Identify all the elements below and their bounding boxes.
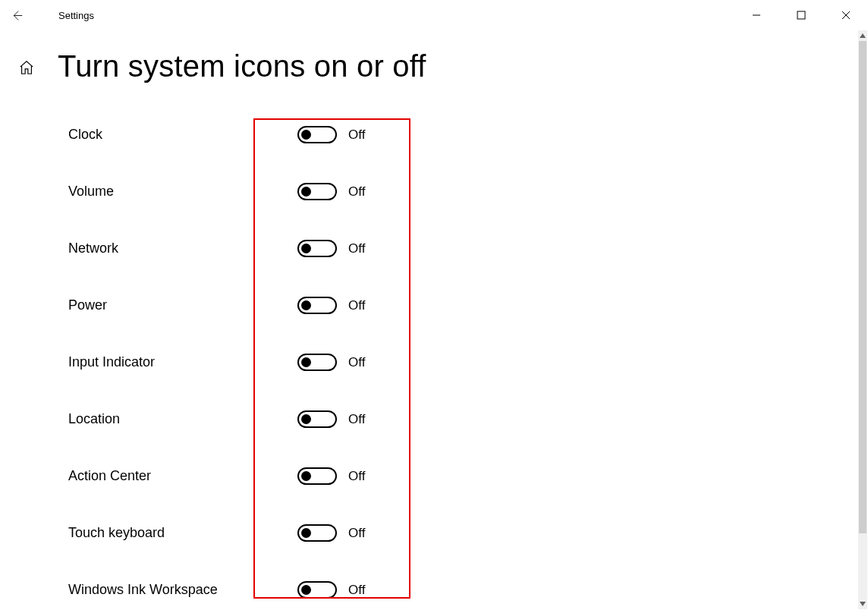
- scrollbar-up-arrow[interactable]: [858, 30, 867, 41]
- page-header: Turn system icons on or off: [18, 49, 868, 83]
- home-button[interactable]: [18, 59, 33, 74]
- toggle-knob: [301, 357, 311, 367]
- back-arrow-icon: [11, 9, 24, 22]
- toggle-group: Off: [297, 524, 365, 542]
- toggle-group: Off: [297, 467, 365, 485]
- close-button[interactable]: [823, 0, 868, 30]
- toggle-state: Off: [348, 127, 365, 143]
- setting-label: Network: [68, 240, 297, 256]
- toggle-windows-ink[interactable]: [297, 581, 337, 599]
- toggle-power[interactable]: [297, 297, 337, 314]
- home-icon: [18, 59, 35, 76]
- toggle-state: Off: [348, 355, 365, 370]
- setting-windows-ink: Windows Ink Workspace Off: [68, 581, 868, 610]
- setting-label: Clock: [68, 126, 297, 143]
- toggle-clock[interactable]: [297, 126, 337, 143]
- setting-network: Network Off: [68, 240, 868, 297]
- page-title: Turn system icons on or off: [58, 49, 426, 83]
- setting-volume: Volume Off: [68, 183, 868, 240]
- toggle-group: Off: [297, 354, 365, 371]
- toggle-state: Off: [348, 583, 365, 598]
- toggle-state: Off: [348, 469, 365, 484]
- setting-action-center: Action Center Off: [68, 467, 868, 524]
- setting-label: Power: [68, 297, 297, 313]
- setting-label: Windows Ink Workspace: [68, 581, 297, 598]
- toggle-action-center[interactable]: [297, 467, 337, 485]
- scrollbar-thumb[interactable]: [859, 41, 866, 533]
- toggle-knob: [301, 471, 311, 481]
- toggle-knob: [301, 414, 311, 424]
- minimize-icon: [752, 11, 761, 20]
- toggle-input-indicator[interactable]: [297, 354, 337, 371]
- setting-power: Power Off: [68, 297, 868, 354]
- toggle-group: Off: [297, 126, 365, 143]
- toggle-knob: [301, 130, 311, 140]
- toggle-knob: [301, 244, 311, 253]
- minimize-button[interactable]: [734, 0, 778, 30]
- toggle-state: Off: [348, 526, 365, 541]
- settings-list: Clock Off Volume Off Network Off Power: [68, 126, 868, 610]
- maximize-button[interactable]: [778, 0, 823, 30]
- chevron-down-icon: [860, 602, 866, 606]
- toggle-group: Off: [297, 410, 365, 428]
- setting-label: Location: [68, 410, 297, 427]
- toggle-knob: [301, 187, 311, 197]
- toggle-location[interactable]: [297, 410, 337, 428]
- toggle-volume[interactable]: [297, 183, 337, 200]
- setting-touch-keyboard: Touch keyboard Off: [68, 524, 868, 581]
- setting-label: Action Center: [68, 467, 297, 484]
- titlebar-left: Settings: [0, 0, 94, 30]
- scrollbar-down-arrow[interactable]: [858, 599, 867, 609]
- svg-rect-0: [797, 11, 805, 19]
- content-area: Turn system icons on or off Clock Off Vo…: [0, 30, 868, 610]
- setting-label: Input Indicator: [68, 354, 297, 370]
- toggle-knob: [301, 528, 311, 538]
- titlebar: Settings: [0, 0, 868, 30]
- setting-clock: Clock Off: [68, 126, 868, 183]
- close-icon: [841, 11, 851, 20]
- back-button[interactable]: [0, 0, 33, 30]
- toggle-group: Off: [297, 183, 365, 200]
- maximize-icon: [797, 11, 806, 20]
- toggle-network[interactable]: [297, 240, 337, 257]
- window-controls: [734, 0, 868, 30]
- chevron-up-icon: [860, 33, 866, 38]
- toggle-state: Off: [348, 241, 365, 256]
- setting-label: Volume: [68, 183, 297, 200]
- toggle-knob: [301, 585, 311, 595]
- toggle-state: Off: [348, 412, 365, 427]
- setting-label: Touch keyboard: [68, 524, 297, 541]
- toggle-state: Off: [348, 298, 365, 313]
- toggle-state: Off: [348, 184, 365, 200]
- toggle-group: Off: [297, 240, 365, 257]
- toggle-touch-keyboard[interactable]: [297, 524, 337, 542]
- toggle-group: Off: [297, 297, 365, 314]
- app-title: Settings: [58, 10, 94, 21]
- setting-location: Location Off: [68, 410, 868, 467]
- toggle-group: Off: [297, 581, 365, 599]
- setting-input-indicator: Input Indicator Off: [68, 354, 868, 410]
- toggle-knob: [301, 300, 311, 310]
- scrollbar[interactable]: [858, 30, 867, 609]
